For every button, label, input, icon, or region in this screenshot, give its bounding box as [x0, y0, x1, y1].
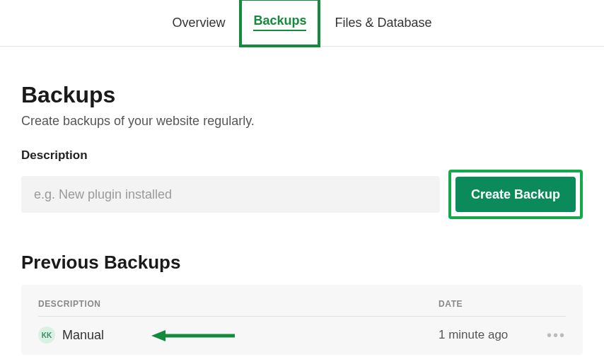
page-subtitle: Create backups of your website regularly…	[21, 114, 583, 129]
description-label: Description	[21, 148, 583, 163]
column-actions	[538, 299, 566, 309]
row-date-cell: 1 minute ago	[439, 328, 538, 342]
tab-backups[interactable]: Backups	[253, 13, 306, 31]
previous-backups-title: Previous Backups	[21, 252, 583, 274]
previous-backups-panel: DESCRIPTION DATE KK Manual 1 minute ago …	[21, 285, 583, 355]
tab-files-database[interactable]: Files & Database	[320, 0, 446, 47]
tab-overview[interactable]: Overview	[158, 0, 239, 47]
column-date: DATE	[439, 299, 538, 309]
ellipsis-icon: •••	[547, 327, 566, 343]
row-description-cell: KK Manual	[38, 327, 439, 344]
tab-backups-highlight: Backups	[239, 0, 320, 47]
page-content: Backups Create backups of your website r…	[0, 47, 604, 364]
create-backup-row: Create Backup	[21, 170, 583, 219]
previous-backups-header: DESCRIPTION DATE	[38, 299, 566, 317]
page-title: Backups	[21, 82, 583, 108]
description-input[interactable]	[21, 176, 440, 213]
row-description-text: Manual	[62, 328, 104, 343]
tabs-bar: Overview Backups Files & Database	[0, 0, 604, 47]
avatar: KK	[38, 327, 55, 344]
table-row[interactable]: KK Manual 1 minute ago •••	[38, 317, 566, 344]
row-actions-menu[interactable]: •••	[538, 327, 566, 344]
create-backup-highlight: Create Backup	[448, 170, 583, 219]
create-backup-button[interactable]: Create Backup	[455, 177, 576, 212]
column-description: DESCRIPTION	[38, 299, 439, 309]
